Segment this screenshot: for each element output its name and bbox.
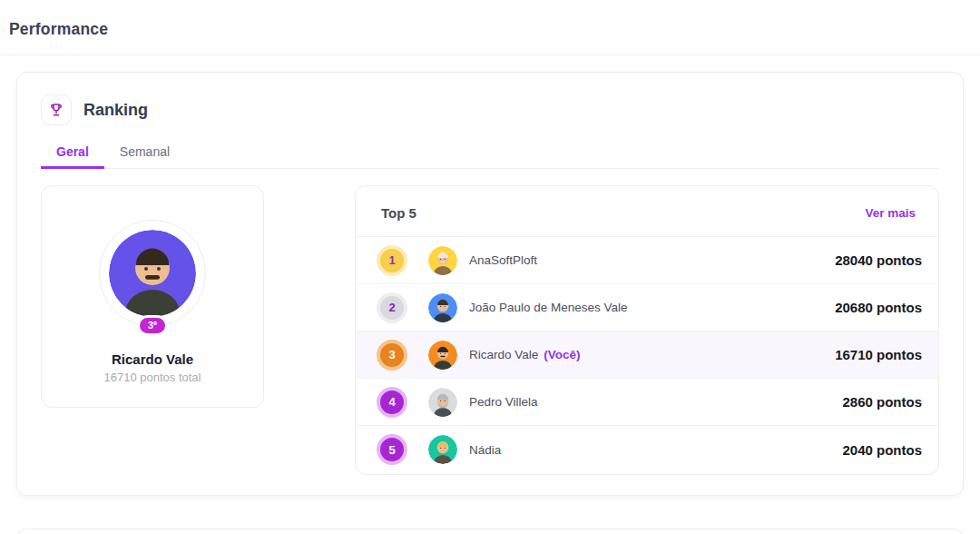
user-points: 28040 pontos (835, 252, 922, 268)
rank-badge: 1 (380, 249, 404, 272)
ranking-row-2: 2 João Paulo de Meneses Vale 20680 ponto… (356, 284, 938, 331)
page-header: Performance (0, 0, 980, 55)
user-name: Pedro Villela (469, 395, 538, 409)
ranking-title: Ranking (83, 101, 148, 120)
ranking-row-5: 5 Nádia 2040 pontos (356, 426, 938, 473)
position-badge: 3º (137, 315, 168, 336)
top5-rows: 1 AnaSoftPloft 28040 pontos 2 (356, 237, 938, 473)
profile-card: 3º Ricardo Vale 16710 pontos total (41, 185, 264, 408)
rank-badge: 4 (380, 391, 404, 414)
top5-title: Top 5 (381, 205, 416, 221)
performance-page: Performance Ranking Geral Semanal (0, 0, 980, 534)
trophy-icon (41, 94, 72, 125)
user-points: 16710 pontos (835, 347, 922, 362)
user-avatar (428, 435, 457, 464)
user-name: João Paulo de Meneses Vale (469, 301, 628, 314)
top5-card: Top 5 Ver mais 1 AnaSoftPloft (355, 185, 939, 475)
profile-avatar-ring (99, 220, 206, 327)
rank-badge: 5 (380, 438, 404, 461)
ver-mais-link[interactable]: Ver mais (865, 206, 916, 220)
profile-name: Ricardo Vale (42, 351, 263, 367)
tab-semanal[interactable]: Semanal (104, 136, 185, 169)
profile-avatar (109, 230, 196, 317)
ranking-card: Ranking Geral Semanal 3º (16, 72, 964, 496)
rank-badge: 2 (380, 296, 404, 320)
ranking-tabs: Geral Semanal (41, 136, 939, 169)
page-title: Performance (9, 20, 980, 39)
user-name: AnaSoftPloft (469, 253, 537, 267)
user-avatar (428, 293, 457, 322)
you-label: (Você) (544, 348, 580, 361)
top5-header: Top 5 Ver mais (356, 186, 938, 237)
user-avatar (428, 246, 457, 275)
tab-geral[interactable]: Geral (41, 136, 104, 169)
user-name: Nádia (469, 443, 501, 457)
next-card-peek (16, 529, 964, 534)
user-points: 20680 pontos (835, 300, 922, 315)
profile-points-total: 16710 pontos total (42, 371, 263, 384)
ranking-card-header: Ranking (41, 94, 939, 125)
user-avatar (428, 388, 457, 417)
rank-badge: 3 (380, 343, 404, 367)
user-name: Ricardo Vale (469, 348, 538, 361)
user-points: 2040 pontos (842, 442, 922, 458)
user-avatar (428, 341, 457, 370)
ranking-row-1: 1 AnaSoftPloft 28040 pontos (356, 237, 938, 284)
user-points: 2860 pontos (842, 394, 922, 410)
ranking-row-3: 3 Ricardo Vale (Você) 16710 pontos (356, 331, 938, 379)
ranking-content: 3º Ricardo Vale 16710 pontos total Top 5… (41, 185, 939, 475)
ranking-row-4: 4 Pedro Villela 2860 pontos (356, 379, 938, 426)
